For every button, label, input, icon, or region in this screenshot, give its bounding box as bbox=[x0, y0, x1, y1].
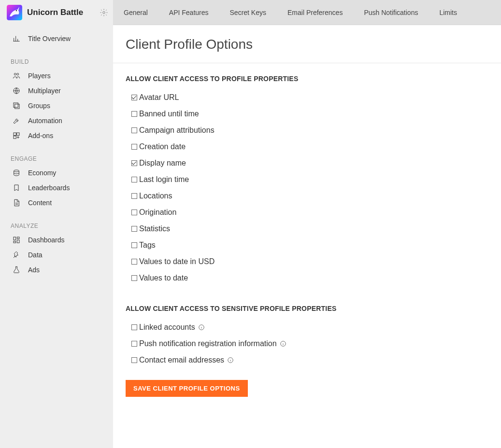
checkbox[interactable] bbox=[131, 177, 137, 182]
option-label: Contact email addresses bbox=[139, 356, 224, 364]
checkbox[interactable] bbox=[131, 111, 137, 117]
sidebar-header: Unicorn Battle bbox=[0, 0, 113, 25]
divider bbox=[113, 63, 501, 63]
option-row-campaign-attributions: Campaign attributions bbox=[126, 122, 488, 139]
sidebar-item-label: Ads bbox=[28, 266, 40, 274]
checkbox[interactable] bbox=[131, 160, 137, 166]
tab-api-features[interactable]: API Features bbox=[158, 0, 219, 25]
option-label: Locations bbox=[139, 192, 172, 200]
option-label: Origination bbox=[139, 208, 176, 217]
option-label: Values to date in USD bbox=[139, 257, 215, 266]
option-label: Linked accounts bbox=[139, 323, 195, 332]
info-icon[interactable] bbox=[227, 357, 234, 364]
option-label: Statistics bbox=[139, 224, 170, 233]
coins-icon bbox=[13, 169, 20, 177]
option-label: Display name bbox=[139, 159, 186, 168]
option-row-locations: Locations bbox=[126, 188, 488, 204]
layers-icon bbox=[13, 102, 20, 110]
globe-icon bbox=[13, 87, 20, 95]
nav-section-title: ANALYZE bbox=[0, 218, 113, 232]
tab-limits[interactable]: Limits bbox=[429, 0, 468, 25]
tab-push-notifications[interactable]: Push Notifications bbox=[353, 0, 429, 25]
checkbox[interactable] bbox=[131, 226, 137, 232]
option-row-push-notification-registration-information: Push notification registration informati… bbox=[126, 336, 488, 352]
option-row-values-to-date: Values to date bbox=[126, 270, 488, 286]
option-label: Values to date bbox=[139, 274, 188, 282]
section-heading: ALLOW CLIENT ACCESS TO SENSITIVE PROFILE… bbox=[126, 305, 488, 312]
tabs: GeneralAPI FeaturesSecret KeysEmail Pref… bbox=[113, 0, 501, 25]
sidebar-item-multiplayer[interactable]: Multiplayer bbox=[0, 83, 113, 98]
checkbox[interactable] bbox=[131, 144, 137, 150]
option-label: Creation date bbox=[139, 142, 186, 151]
checkbox[interactable] bbox=[131, 210, 137, 215]
file-icon bbox=[13, 199, 20, 207]
section-heading: ALLOW CLIENT ACCESS TO PROFILE PROPERTIE… bbox=[126, 75, 488, 83]
tab-general[interactable]: General bbox=[113, 0, 158, 25]
content: Client Profile Options ALLOW CLIENT ACCE… bbox=[113, 25, 501, 448]
sidebar: Unicorn Battle Title Overview BUILDPlaye… bbox=[0, 0, 113, 448]
option-row-linked-accounts: Linked accounts bbox=[126, 319, 488, 336]
sidebar-item-label: Add-ons bbox=[28, 132, 53, 140]
gear-icon[interactable] bbox=[100, 8, 108, 17]
sidebar-item-leaderboards[interactable]: Leaderboards bbox=[0, 180, 113, 195]
sidebar-item-label: Players bbox=[28, 72, 51, 80]
sidebar-item-label: Multiplayer bbox=[28, 87, 61, 95]
tab-secret-keys[interactable]: Secret Keys bbox=[219, 0, 277, 25]
checkbox[interactable] bbox=[131, 193, 137, 199]
sidebar-item-players[interactable]: Players bbox=[0, 68, 113, 83]
info-icon[interactable] bbox=[280, 340, 286, 347]
app-logo-icon bbox=[7, 5, 22, 20]
info-icon[interactable] bbox=[198, 324, 205, 331]
nav-section-title: BUILD bbox=[0, 54, 113, 68]
sidebar-item-data[interactable]: Data bbox=[0, 247, 113, 262]
option-label: Avatar URL bbox=[139, 93, 179, 102]
option-row-tags: Tags bbox=[126, 237, 488, 253]
option-row-values-to-date-in-usd: Values to date in USD bbox=[126, 253, 488, 270]
option-row-banned-until-time: Banned until time bbox=[126, 106, 488, 122]
sidebar-item-label: Data bbox=[28, 251, 43, 259]
sidebar-item-ads[interactable]: Ads bbox=[0, 262, 113, 277]
checkbox[interactable] bbox=[131, 95, 137, 100]
checkbox[interactable] bbox=[131, 341, 137, 347]
save-button[interactable]: SAVE CLIENT PROFILE OPTIONS bbox=[126, 380, 248, 397]
sidebar-item-label: Groups bbox=[28, 102, 50, 110]
sidebar-item-economy[interactable]: Economy bbox=[0, 165, 113, 180]
option-row-last-login-time: Last login time bbox=[126, 171, 488, 188]
flask-icon bbox=[13, 266, 20, 274]
addons-icon bbox=[13, 132, 20, 140]
option-row-statistics: Statistics bbox=[126, 221, 488, 237]
players-icon bbox=[13, 72, 20, 80]
option-row-origination: Origination bbox=[126, 204, 488, 221]
sidebar-item-label: Content bbox=[28, 199, 52, 207]
option-label: Banned until time bbox=[139, 110, 199, 118]
sidebar-item-title-overview[interactable]: Title Overview bbox=[0, 31, 113, 46]
sidebar-item-dashboards[interactable]: Dashboards bbox=[0, 232, 113, 247]
sidebar-item-label: Dashboards bbox=[28, 236, 65, 244]
sidebar-item-label: Automation bbox=[28, 117, 62, 125]
sidebar-item-label: Title Overview bbox=[28, 35, 71, 42]
checkbox[interactable] bbox=[131, 259, 137, 265]
sidebar-item-automation[interactable]: Automation bbox=[0, 113, 113, 128]
sidebar-item-label: Leaderboards bbox=[28, 184, 70, 192]
sidebar-item-add-ons[interactable]: Add-ons bbox=[0, 128, 113, 143]
sidebar-item-content[interactable]: Content bbox=[0, 195, 113, 210]
nav-section-title: ENGAGE bbox=[0, 151, 113, 165]
checkbox[interactable] bbox=[131, 357, 137, 363]
dashboard-icon bbox=[13, 236, 20, 244]
sidebar-item-groups[interactable]: Groups bbox=[0, 98, 113, 113]
checkbox[interactable] bbox=[131, 324, 137, 330]
bookmark-icon bbox=[13, 184, 20, 192]
checkbox[interactable] bbox=[131, 242, 137, 248]
svg-point-16 bbox=[16, 10, 17, 11]
option-row-creation-date: Creation date bbox=[126, 139, 488, 155]
option-label: Push notification registration informati… bbox=[139, 339, 277, 348]
pin-icon bbox=[13, 251, 20, 259]
checkbox[interactable] bbox=[131, 275, 137, 281]
tab-email-preferences[interactable]: Email Preferences bbox=[277, 0, 353, 25]
sidebar-item-label: Economy bbox=[28, 169, 56, 177]
option-label: Tags bbox=[139, 241, 156, 250]
checkbox[interactable] bbox=[131, 127, 137, 133]
page-title: Client Profile Options bbox=[126, 37, 488, 52]
main: GeneralAPI FeaturesSecret KeysEmail Pref… bbox=[113, 0, 501, 448]
option-label: Last login time bbox=[139, 175, 189, 184]
